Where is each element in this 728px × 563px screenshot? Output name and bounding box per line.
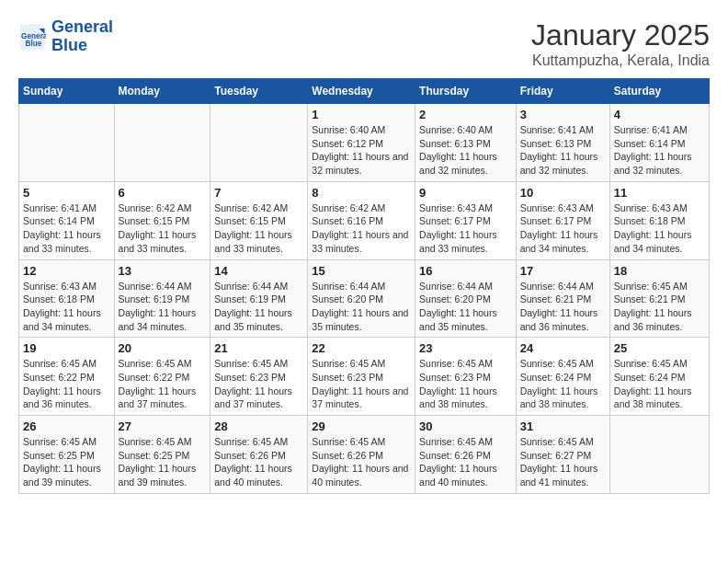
weekday-header: Saturday xyxy=(609,79,709,104)
day-info: Sunrise: 6:45 AMSunset: 6:27 PMDaylight:… xyxy=(520,435,606,489)
weekday-header: Wednesday xyxy=(308,79,415,104)
day-number: 18 xyxy=(614,264,705,278)
day-info: Sunrise: 6:44 AMSunset: 6:19 PMDaylight:… xyxy=(214,280,303,334)
logo-line1: General xyxy=(51,17,113,36)
calendar-cell xyxy=(114,104,210,182)
calendar-cell: 18Sunrise: 6:45 AMSunset: 6:21 PMDayligh… xyxy=(609,259,709,338)
calendar-cell xyxy=(609,416,709,494)
day-info: Sunrise: 6:43 AMSunset: 6:17 PMDaylight:… xyxy=(520,201,606,256)
day-number: 28 xyxy=(214,419,303,433)
day-info: Sunrise: 6:45 AMSunset: 6:22 PMDaylight:… xyxy=(23,357,110,411)
day-info: Sunrise: 6:42 AMSunset: 6:16 PMDaylight:… xyxy=(312,201,411,256)
calendar-cell: 27Sunrise: 6:45 AMSunset: 6:25 PMDayligh… xyxy=(114,416,210,494)
weekday-header: Sunday xyxy=(19,79,115,104)
logo-text: General Blue xyxy=(51,18,113,55)
day-number: 31 xyxy=(520,419,606,433)
day-number: 2 xyxy=(419,108,512,121)
day-info: Sunrise: 6:41 AMSunset: 6:14 PMDaylight:… xyxy=(23,201,110,256)
day-number: 14 xyxy=(214,264,303,278)
calendar-table: SundayMondayTuesdayWednesdayThursdayFrid… xyxy=(18,78,710,494)
calendar-cell: 1Sunrise: 6:40 AMSunset: 6:12 PMDaylight… xyxy=(308,104,415,182)
day-info: Sunrise: 6:45 AMSunset: 6:22 PMDaylight:… xyxy=(119,357,207,411)
day-number: 23 xyxy=(419,341,512,355)
day-number: 21 xyxy=(214,341,303,355)
day-info: Sunrise: 6:42 AMSunset: 6:15 PMDaylight:… xyxy=(119,201,207,256)
day-info: Sunrise: 6:45 AMSunset: 6:23 PMDaylight:… xyxy=(419,357,512,411)
calendar-cell: 20Sunrise: 6:45 AMSunset: 6:22 PMDayligh… xyxy=(114,338,210,416)
calendar-cell xyxy=(19,104,115,182)
calendar-cell: 17Sunrise: 6:44 AMSunset: 6:21 PMDayligh… xyxy=(516,259,609,338)
day-number: 13 xyxy=(119,264,207,278)
day-info: Sunrise: 6:45 AMSunset: 6:26 PMDaylight:… xyxy=(419,435,512,489)
day-number: 1 xyxy=(312,108,411,121)
day-number: 7 xyxy=(214,186,303,200)
day-info: Sunrise: 6:41 AMSunset: 6:14 PMDaylight:… xyxy=(614,123,705,178)
weekday-header: Monday xyxy=(114,79,210,104)
calendar-cell: 12Sunrise: 6:43 AMSunset: 6:18 PMDayligh… xyxy=(19,259,115,338)
day-number: 10 xyxy=(520,186,606,200)
calendar-cell: 2Sunrise: 6:40 AMSunset: 6:13 PMDaylight… xyxy=(415,104,517,182)
calendar-cell: 13Sunrise: 6:44 AMSunset: 6:19 PMDayligh… xyxy=(114,259,210,338)
calendar-cell: 3Sunrise: 6:41 AMSunset: 6:13 PMDaylight… xyxy=(516,104,609,182)
calendar-cell: 28Sunrise: 6:45 AMSunset: 6:26 PMDayligh… xyxy=(210,416,308,494)
calendar-cell: 26Sunrise: 6:45 AMSunset: 6:25 PMDayligh… xyxy=(19,416,115,494)
svg-text:Blue: Blue xyxy=(26,40,42,48)
calendar-cell: 4Sunrise: 6:41 AMSunset: 6:14 PMDaylight… xyxy=(609,104,709,182)
day-number: 17 xyxy=(520,264,606,278)
day-info: Sunrise: 6:45 AMSunset: 6:24 PMDaylight:… xyxy=(614,357,705,411)
calendar-cell xyxy=(210,104,308,182)
day-info: Sunrise: 6:41 AMSunset: 6:13 PMDaylight:… xyxy=(520,123,606,178)
title-section: January 2025 Kuttampuzha, Kerala, India xyxy=(531,18,710,69)
calendar-week-row: 5Sunrise: 6:41 AMSunset: 6:14 PMDaylight… xyxy=(19,181,710,259)
day-info: Sunrise: 6:42 AMSunset: 6:15 PMDaylight:… xyxy=(214,201,303,256)
calendar-week-row: 26Sunrise: 6:45 AMSunset: 6:25 PMDayligh… xyxy=(19,416,710,494)
day-info: Sunrise: 6:45 AMSunset: 6:25 PMDaylight:… xyxy=(23,435,110,489)
day-number: 20 xyxy=(119,341,207,355)
month-title: January 2025 xyxy=(531,18,710,52)
calendar-cell: 22Sunrise: 6:45 AMSunset: 6:23 PMDayligh… xyxy=(308,338,415,416)
calendar-cell: 30Sunrise: 6:45 AMSunset: 6:26 PMDayligh… xyxy=(415,416,517,494)
weekday-header: Thursday xyxy=(415,79,517,104)
calendar-cell: 25Sunrise: 6:45 AMSunset: 6:24 PMDayligh… xyxy=(609,338,709,416)
weekday-header-row: SundayMondayTuesdayWednesdayThursdayFrid… xyxy=(19,79,710,104)
logo: General Blue General Blue xyxy=(18,18,113,55)
calendar-cell: 16Sunrise: 6:44 AMSunset: 6:20 PMDayligh… xyxy=(415,259,517,338)
calendar-cell: 9Sunrise: 6:43 AMSunset: 6:17 PMDaylight… xyxy=(415,181,517,259)
day-number: 5 xyxy=(23,186,110,200)
day-number: 24 xyxy=(520,341,606,355)
calendar-cell: 11Sunrise: 6:43 AMSunset: 6:18 PMDayligh… xyxy=(609,181,709,259)
calendar-cell: 29Sunrise: 6:45 AMSunset: 6:26 PMDayligh… xyxy=(308,416,415,494)
day-info: Sunrise: 6:45 AMSunset: 6:23 PMDaylight:… xyxy=(312,357,411,411)
day-info: Sunrise: 6:45 AMSunset: 6:26 PMDaylight:… xyxy=(214,435,303,489)
weekday-header: Friday xyxy=(516,79,609,104)
calendar-cell: 5Sunrise: 6:41 AMSunset: 6:14 PMDaylight… xyxy=(19,181,115,259)
calendar-cell: 23Sunrise: 6:45 AMSunset: 6:23 PMDayligh… xyxy=(415,338,517,416)
day-number: 22 xyxy=(312,341,411,355)
day-number: 15 xyxy=(312,264,411,278)
day-number: 25 xyxy=(614,341,705,355)
day-number: 26 xyxy=(23,419,110,433)
calendar-cell: 31Sunrise: 6:45 AMSunset: 6:27 PMDayligh… xyxy=(516,416,609,494)
day-info: Sunrise: 6:43 AMSunset: 6:18 PMDaylight:… xyxy=(23,280,110,334)
calendar-cell: 19Sunrise: 6:45 AMSunset: 6:22 PMDayligh… xyxy=(19,338,115,416)
calendar-cell: 24Sunrise: 6:45 AMSunset: 6:24 PMDayligh… xyxy=(516,338,609,416)
day-info: Sunrise: 6:45 AMSunset: 6:25 PMDaylight:… xyxy=(119,435,207,489)
day-info: Sunrise: 6:40 AMSunset: 6:13 PMDaylight:… xyxy=(419,123,512,178)
day-number: 3 xyxy=(520,108,606,121)
day-number: 30 xyxy=(419,419,512,433)
logo-icon: General Blue xyxy=(18,23,46,51)
day-number: 6 xyxy=(119,186,207,200)
calendar-cell: 7Sunrise: 6:42 AMSunset: 6:15 PMDaylight… xyxy=(210,181,308,259)
day-info: Sunrise: 6:45 AMSunset: 6:21 PMDaylight:… xyxy=(614,280,705,334)
location-subtitle: Kuttampuzha, Kerala, India xyxy=(531,52,710,69)
day-info: Sunrise: 6:45 AMSunset: 6:24 PMDaylight:… xyxy=(520,357,606,411)
day-info: Sunrise: 6:44 AMSunset: 6:20 PMDaylight:… xyxy=(312,280,411,334)
weekday-header: Tuesday xyxy=(210,79,308,104)
day-info: Sunrise: 6:45 AMSunset: 6:26 PMDaylight:… xyxy=(312,435,411,489)
calendar-week-row: 1Sunrise: 6:40 AMSunset: 6:12 PMDaylight… xyxy=(19,104,710,182)
day-info: Sunrise: 6:44 AMSunset: 6:19 PMDaylight:… xyxy=(119,280,207,334)
page-header: General Blue General Blue January 2025 K… xyxy=(18,18,710,69)
day-info: Sunrise: 6:44 AMSunset: 6:20 PMDaylight:… xyxy=(419,280,512,334)
day-number: 19 xyxy=(23,341,110,355)
calendar-cell: 10Sunrise: 6:43 AMSunset: 6:17 PMDayligh… xyxy=(516,181,609,259)
